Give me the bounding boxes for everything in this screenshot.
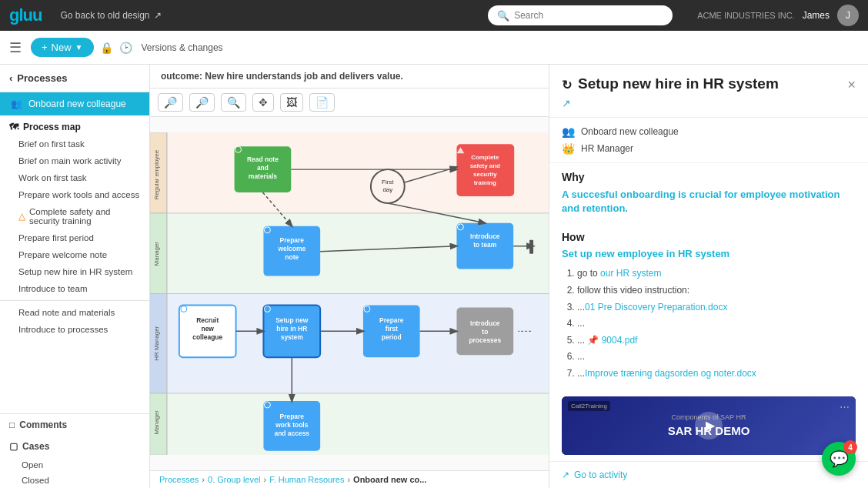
sidebar-cases-section[interactable]: ▢ Cases [0,436,149,457]
sidebar-item-introduce-processes[interactable]: Introduce to processes [0,321,149,338]
goto-icon: ↗ [562,470,569,480]
process-link-icon: 👥 [562,125,575,138]
svg-text:materials: materials [249,172,277,180]
sidebar-item-work-first-task[interactable]: Work on first task [0,169,149,186]
breadcrumb-group[interactable]: 0. Group level [208,475,260,484]
topbar: gluu Go back to old design ↗ 🔍 ACME INDU… [0,0,868,31]
sidebar-item-onboard-new-colleague[interactable]: 👥 Onboard new colleague [0,92,149,115]
sidebar-item-brief-first-task[interactable]: Brief on first task [0,135,149,152]
list-item: ... 📌 9004.pdf [577,333,856,349]
svg-text:Setup new: Setup new [275,316,309,324]
history-icon: 🕑 [119,42,132,54]
search-bar[interactable]: 🔍 [488,5,673,25]
canvas-toolbar: 🔎 🔎 🔍 ✥ 🖼 📄 [150,89,549,117]
svg-text:Recruit: Recruit [196,316,219,324]
svg-text:period: period [382,333,402,341]
panel-process-link[interactable]: 👥 Onboard new colleague [562,125,856,138]
right-panel: ↻ Setup new hire in HR system ↗ × 👥 Onbo… [549,65,868,488]
panel-go-to-activity[interactable]: ↗ Go to activity [549,461,868,488]
sidebar-process-map-section: 🗺 Process map [0,115,149,135]
menu-icon[interactable]: ☰ [9,39,22,56]
lock-icon: 🔒 [100,42,113,54]
svg-rect-3 [150,393,549,455]
sidebar-item-introduce-team[interactable]: Introduce to team [0,280,149,297]
sidebar-open-cases[interactable]: Open [0,457,149,473]
panel-why-section: Why A succesful onboarding is crucial fo… [549,163,868,223]
sidebar-closed-cases[interactable]: Closed [0,473,149,488]
chat-bubble[interactable]: 💬 4 [822,442,856,476]
refresh-icon: ↻ [562,78,572,92]
sidebar: ‹ Processes 👥 Onboard new colleague 🗺 Pr… [0,65,150,488]
zoom-out-outlined-button[interactable]: 🔎 [189,93,215,112]
svg-text:Complete: Complete [471,154,499,161]
pdf-link[interactable]: 9004.pdf [602,335,638,346]
secondbar: ☰ + New ▼ 🔒 🕑 Versions & changes [0,31,868,65]
sidebar-item-prepare-welcome-note[interactable]: Prepare welcome note [0,246,149,263]
panel-video[interactable]: Components of SAP HR SAR HR DEMO Call2Tr… [562,396,856,455]
breadcrumb-sep-3: › [347,475,350,484]
map-icon: 🗺 [9,122,18,132]
list-item: ...01 Pre Discovery Preparation.docx [577,299,856,316]
chat-badge: 4 [843,440,857,454]
back-to-old-design-button[interactable]: Go back to old design ↗ [60,10,161,21]
topbar-right: ACME INDUSTRIES INC. James J [697,5,859,26]
sidebar-item-read-note[interactable]: Read note and materials [0,304,149,321]
sidebar-item-prepare-first-period[interactable]: Prepare first period [0,229,149,246]
avatar[interactable]: J [837,5,859,26]
chevron-left-icon: ‹ [9,72,12,84]
our-hr-system-link[interactable]: our HR system [600,268,661,279]
svg-text:HR Manager: HR Manager [153,326,160,360]
canvas-outcome: outcome: New hire understands job and de… [150,65,549,89]
username: James [803,10,830,21]
breadcrumb-sep-1: › [202,475,205,484]
panel-title: ↻ Setup new hire in HR system [562,75,840,92]
canvas-area: outcome: New hire understands job and de… [150,65,549,488]
warning-icon: △ [18,211,25,222]
new-button[interactable]: + New ▼ [31,38,94,57]
document-button[interactable]: 📄 [309,93,335,112]
cases-icon: ▢ [9,441,18,452]
svg-text:Regular employee: Regular employee [153,149,160,199]
versions-changes-button[interactable]: Versions & changes [142,42,223,53]
svg-text:and access: and access [274,430,309,437]
process-diagram: Regular employee Manager HR Manager Mana… [150,117,549,470]
doc-link-1[interactable]: 01 Pre Discovery Preparation.docx [585,302,727,313]
breadcrumb-processes[interactable]: Processes [159,475,199,484]
doc-link-2[interactable]: Improve træning dagsorden og noter.docx [585,368,756,379]
main-layout: ‹ Processes 👥 Onboard new colleague 🗺 Pr… [0,65,868,488]
svg-text:first: first [386,325,398,333]
breadcrumb-human[interactable]: F. Human Resoures [269,475,344,484]
panel-role-label: 👑 HR Manager [562,142,856,155]
panel-how-title: How [562,231,856,243]
sidebar-item-setup-new-hire[interactable]: Setup new hire in HR system [0,263,149,280]
move-button[interactable]: ✥ [252,93,274,112]
panel-how-section: How Set up new employee in HR system go … [549,223,868,389]
sidebar-item-complete-safety[interactable]: △ Complete safety and security training [0,203,149,229]
close-button[interactable]: × [847,77,856,93]
svg-text:welcome: welcome [277,245,305,252]
logo: gluu [9,5,42,25]
svg-text:work tools: work tools [275,421,309,429]
external-link-icon[interactable]: ↗ [562,97,840,109]
sidebar-processes-header[interactable]: ‹ Processes [0,65,149,92]
sidebar-comments-section[interactable]: □ Comments [0,414,149,436]
zoom-in-button[interactable]: 🔎 [158,93,183,112]
search-input[interactable] [514,10,663,21]
image-button[interactable]: 🖼 [280,93,303,112]
svg-text:training: training [474,179,496,186]
svg-text:new: new [201,325,214,333]
company-name: ACME INDUSTRIES INC. [697,11,795,20]
canvas-content: Regular employee Manager HR Manager Mana… [150,117,549,470]
video-play-button[interactable]: ▶ [695,412,723,440]
panel-meta: 👥 Onboard new colleague 👑 HR Manager [549,118,868,163]
zoom-fit-button[interactable]: 🔍 [221,93,246,112]
sidebar-item-brief-main-work[interactable]: Brief on main work activity [0,152,149,169]
panel-how-list: go to our HR system follow this video in… [562,266,856,382]
breadcrumb: Processes › 0. Group level › F. Human Re… [150,470,549,488]
svg-text:to team: to team [473,241,496,249]
sidebar-item-prepare-work-tools[interactable]: Prepare work tools and access [0,186,149,203]
svg-text:day: day [382,186,392,193]
panel-why-text: A succesful onboarding is crucial for em… [562,188,856,216]
svg-text:system: system [281,333,303,341]
search-icon: 🔍 [497,10,509,22]
